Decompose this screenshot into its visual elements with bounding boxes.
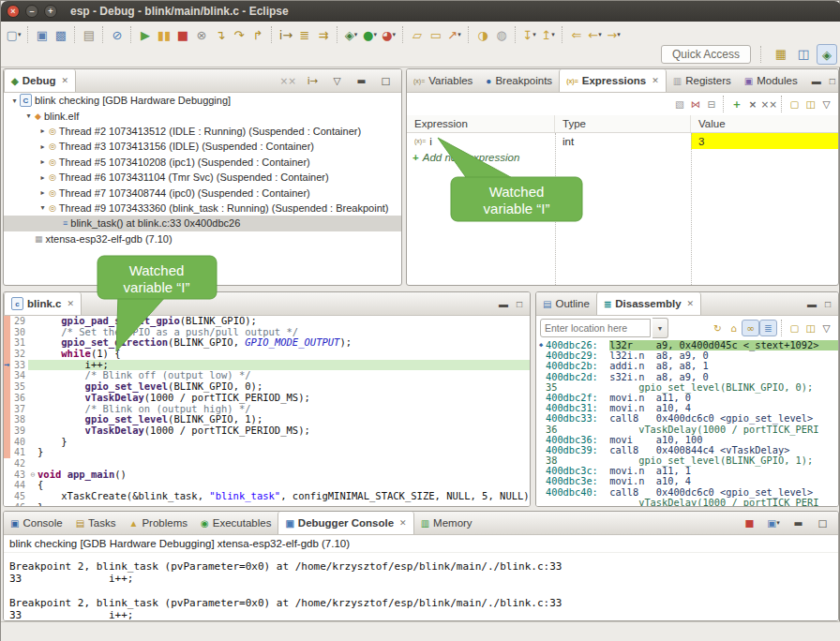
editor-body[interactable]: 29 gpio_pad_select_gpio(BLINK_GPIO);30 /… <box>4 316 530 506</box>
step-into-icon[interactable]: ↴ <box>211 25 230 44</box>
expander-icon[interactable]: ▸ <box>38 173 48 182</box>
column-expression[interactable]: Expression <box>407 115 555 132</box>
tab-tasks[interactable]: ▤Tasks <box>69 512 123 534</box>
close-tab-icon[interactable]: ✕ <box>652 76 659 85</box>
goto-annotation-icon[interactable]: ↥▾ <box>539 25 558 44</box>
tab-modules[interactable]: ▣Modules <box>738 69 804 92</box>
new-wizard-icon[interactable]: ▢▾ <box>5 25 23 44</box>
flash-icon[interactable]: ↗▾ <box>445 25 464 44</box>
tab-disassembly[interactable]: ≣Disassembly✕ <box>596 292 701 315</box>
show-type-names-icon[interactable]: ▧ <box>671 97 687 112</box>
build-icon[interactable]: ▤ <box>80 25 98 44</box>
debug-tree-item[interactable]: ▾Cblink checking [GDB Hardware Debugging… <box>4 93 401 108</box>
minimize-icon[interactable]: – <box>25 5 38 18</box>
run-icon[interactable]: ●▾ <box>361 25 380 44</box>
expander-icon[interactable]: ▾ <box>9 97 20 105</box>
view-menu-icon[interactable]: ▽ <box>818 320 834 335</box>
column-type[interactable]: Type <box>555 115 691 132</box>
code-line-40[interactable]: 40 } <box>4 437 530 448</box>
close-tab-icon[interactable]: ✕ <box>67 299 74 308</box>
code-line-41[interactable]: 41} <box>4 447 530 458</box>
view-menu-icon[interactable]: ▽ <box>329 73 345 88</box>
disassembly-body[interactable]: ◆400dbc26: l32r a9, 0x400d045c <_stext+1… <box>536 340 838 506</box>
close-tab-icon[interactable]: ✕ <box>399 518 407 528</box>
expander-icon[interactable]: ▾ <box>23 112 34 120</box>
mark-occurrences-icon[interactable]: ◑ <box>473 25 492 44</box>
show-logical-structures-icon[interactable]: ⋈ <box>687 97 703 112</box>
step-return-icon[interactable]: ↱ <box>248 25 267 44</box>
disassembly-instruction-line[interactable]: 400dbc3e: movi.n a10, 4 <box>536 476 838 486</box>
step-filters-icon[interactable]: ≣ <box>295 25 314 44</box>
debug-tree-item[interactable]: ▦xtensa-esp32-elf-gdb (7.10) <box>4 231 401 246</box>
skip-all-breakpoints-icon[interactable]: ⊘ <box>108 25 127 44</box>
step-over-icon[interactable]: ↷ <box>230 25 248 44</box>
debug-perspective-icon[interactable]: ◈ <box>817 44 837 65</box>
show-source-icon[interactable]: ≣ <box>759 320 777 336</box>
fold-collapse-icon[interactable]: ⊖ <box>28 470 38 481</box>
minimize-icon[interactable]: ▬ <box>790 515 806 530</box>
tab-registers[interactable]: ▥Registers <box>667 69 738 92</box>
suspend-icon[interactable]: ▮▮ <box>155 25 173 44</box>
last-edit-location-icon[interactable]: ↧▾ <box>520 25 539 44</box>
disconnect-icon[interactable]: ⊗ <box>192 25 211 44</box>
new-view-icon[interactable]: ▢ <box>787 97 802 112</box>
disassembly-source-line[interactable]: 36 vTaskDelay(1000 / portTICK_PERI <box>536 425 838 435</box>
close-tab-icon[interactable]: ✕ <box>61 76 68 85</box>
tab-expressions[interactable]: (x)=Expressions✕ <box>559 69 667 92</box>
back-history-icon[interactable]: ←▾ <box>586 25 605 44</box>
debug-tree-item[interactable]: ▸◎Thread #7 1073408744 (ipc0) (Suspended… <box>4 185 401 200</box>
new-view-icon[interactable]: ▢ <box>787 320 802 335</box>
add-expression-icon[interactable]: + <box>728 97 744 112</box>
expander-icon[interactable]: ▾ <box>38 203 48 212</box>
debug-history-icon[interactable]: ⇉ <box>314 25 333 44</box>
terminate-icon[interactable]: ■ <box>173 25 192 44</box>
column-value[interactable]: Value <box>691 115 838 132</box>
expander-icon[interactable]: ▸ <box>38 127 48 135</box>
remove-all-expressions-icon[interactable]: ×× <box>760 97 777 112</box>
tab-breakpoints[interactable]: ●Breakpoints <box>479 69 559 92</box>
build-settings-icon[interactable]: ◍ <box>492 25 511 44</box>
terminate-console-icon[interactable]: ■ <box>742 515 758 530</box>
remove-terminated-icon[interactable]: ×× <box>279 73 296 88</box>
view-menu-icon[interactable]: ▽ <box>818 97 834 112</box>
debug-tree-item[interactable]: ▸◎Thread #6 1073431104 (Tmr Svc) (Suspen… <box>4 170 401 185</box>
tab-blink-c[interactable]: cblink.c✕ <box>4 292 82 315</box>
debug-tree-item[interactable]: ▸◎Thread #5 1073410208 (ipc1) (Suspended… <box>4 155 401 170</box>
save-all-icon[interactable]: ▩ <box>52 25 70 44</box>
close-icon[interactable]: × <box>7 5 20 18</box>
maximize-icon[interactable]: □ <box>815 515 831 530</box>
refresh-icon[interactable]: ↻ <box>710 320 726 335</box>
display-selected-console-icon[interactable]: ▣▾ <box>766 515 782 530</box>
quick-access-button[interactable]: Quick Access <box>661 45 751 64</box>
maximize-icon[interactable]: + <box>44 5 57 18</box>
sync-selection-icon[interactable]: ∞ <box>742 320 759 336</box>
cpp-perspective-icon[interactable]: ◫ <box>794 44 813 63</box>
tab-debugger-console[interactable]: ▣Debugger Console✕ <box>278 512 413 534</box>
disassembly-instruction-line[interactable]: 400dbc2b: addi.n a8, a8, 1 <box>536 361 838 371</box>
debug-tree-item[interactable]: ≡blink_task() at blink.c:33 0x400dbc26 <box>4 216 401 231</box>
export-icon[interactable]: ◫ <box>802 320 818 335</box>
disassembly-source-line[interactable]: vTaskDelay(1000 / portTICK_PERI <box>536 498 838 506</box>
maximize-icon[interactable]: □ <box>517 299 522 309</box>
profile-icon[interactable]: ◕▾ <box>380 25 398 44</box>
tab-memory[interactable]: ▥Memory <box>414 512 479 534</box>
location-dropdown-icon[interactable]: ▼ <box>652 318 668 338</box>
location-input[interactable] <box>540 319 651 337</box>
instruction-stepping-icon[interactable]: i→ <box>277 25 295 44</box>
code-line-39[interactable]: 39 vTaskDelay(1000 / portTICK_PERIOD_MS)… <box>4 425 530 437</box>
tab-problems[interactable]: ▲Problems <box>123 512 194 534</box>
maximize-icon[interactable]: □ <box>825 299 831 309</box>
expander-icon[interactable]: ▸ <box>38 157 48 166</box>
tab-variables[interactable]: (x)=Variables <box>407 69 479 92</box>
remove-expression-icon[interactable]: × <box>744 97 760 112</box>
code-line-43[interactable]: 43⊖void app_main() <box>4 470 530 481</box>
debug-tree-item[interactable]: ▸◎Thread #3 1073413156 (IDLE) (Suspended… <box>4 139 401 154</box>
minimize-icon[interactable]: ▬ <box>353 73 369 88</box>
code-line-46[interactable]: 46} <box>4 502 530 506</box>
console-output[interactable]: Breakpoint 2, blink_task (pvParameter=0x… <box>4 553 838 621</box>
debug-tree-item[interactable]: ▸◎Thread #2 1073413512 (IDLE : Running) … <box>4 124 401 139</box>
forward-icon[interactable]: →▾ <box>605 25 623 44</box>
code-line-45[interactable]: 45 xTaskCreate(&blink_task, "blink_task"… <box>4 491 530 502</box>
debug-tree-item[interactable]: ▾◎Thread #9 1073433360 (blink_task : Run… <box>4 201 401 216</box>
tab-outline[interactable]: ▤Outline <box>536 292 596 315</box>
